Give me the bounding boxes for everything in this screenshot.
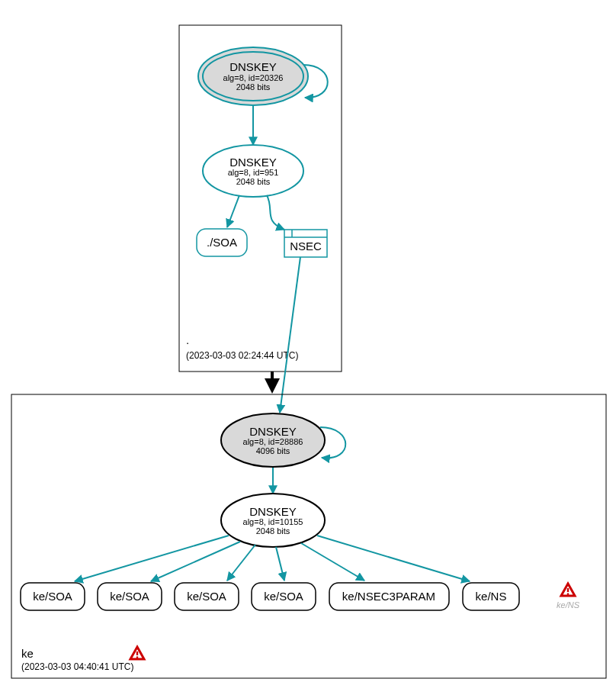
edge-ke-zsk-soa3 (227, 545, 255, 581)
root-zone-label: . (186, 333, 189, 346)
ke-zsk-title: DNSKEY (249, 505, 297, 518)
ke-soa3-label: ke/SOA (187, 590, 226, 603)
root-zsk-dnskey: DNSKEY alg=8, id=951 2048 bits (203, 145, 303, 197)
ke-ksk-alg: alg=8, id=28886 (243, 437, 303, 446)
edge-ke-zsk-soa2 (151, 542, 240, 581)
ke-ksk-title: DNSKEY (249, 425, 297, 438)
edge-nsec-ke-ksk (280, 257, 300, 413)
edge-ke-zsk-soa1 (75, 536, 229, 581)
root-zone-time: (2023-03-03 02:24:44 UTC) (186, 350, 298, 361)
root-nsec-label: NSEC (290, 240, 322, 253)
warning-icon (130, 647, 144, 659)
ke-ns-label: ke/NS (476, 590, 507, 603)
ke-ns-warning: ke/NS (557, 584, 580, 610)
ke-zone-label: ke (21, 647, 34, 660)
ke-nsec3param-record: ke/NSEC3PARAM (329, 583, 449, 610)
ke-ns-record: ke/NS (463, 583, 519, 610)
ke-ksk-dnskey: DNSKEY alg=8, id=28886 4096 bits (221, 413, 325, 467)
edge-ke-zsk-soa4 (276, 547, 284, 581)
ke-soa-record-1: ke/SOA (21, 583, 85, 610)
edge-root-zsk-nsec (267, 195, 284, 230)
root-zsk-bits: 2048 bits (236, 177, 271, 186)
ke-soa2-label: ke/SOA (110, 590, 149, 603)
ke-soa-record-4: ke/SOA (252, 583, 316, 610)
warning-icon (561, 584, 575, 596)
root-ksk-dnskey: DNSKEY alg=8, id=20326 2048 bits (198, 47, 308, 105)
ke-soa-record-3: ke/SOA (175, 583, 239, 610)
root-nsec-record: NSEC (284, 230, 327, 257)
root-soa-record: ./SOA (197, 229, 247, 256)
ke-zsk-alg: alg=8, id=10155 (243, 517, 303, 526)
ke-zsk-dnskey: DNSKEY alg=8, id=10155 2048 bits (221, 494, 325, 547)
root-ksk-alg: alg=8, id=20326 (223, 73, 284, 82)
ke-nsec3p-label: ke/NSEC3PARAM (342, 590, 435, 603)
ke-soa1-label: ke/SOA (33, 590, 72, 603)
ke-soa4-label: ke/SOA (264, 590, 303, 603)
ke-soa-record-2: ke/SOA (98, 583, 162, 610)
edge-root-zsk-soa (227, 195, 239, 227)
root-ksk-title: DNSKEY (229, 60, 277, 73)
root-zsk-alg: alg=8, id=951 (228, 168, 279, 177)
ke-ns-warn-label: ke/NS (557, 600, 580, 610)
ke-ksk-bits: 4096 bits (256, 446, 290, 455)
root-zsk-title: DNSKEY (229, 156, 277, 169)
edge-ke-zsk-ns (317, 536, 470, 581)
root-ksk-bits: 2048 bits (236, 82, 271, 92)
ke-zsk-bits: 2048 bits (256, 526, 290, 536)
edge-ke-zsk-nsec3p (301, 543, 364, 581)
ke-zone-time: (2023-03-03 04:40:41 UTC) (21, 661, 133, 672)
root-soa-label: ./SOA (207, 236, 237, 249)
